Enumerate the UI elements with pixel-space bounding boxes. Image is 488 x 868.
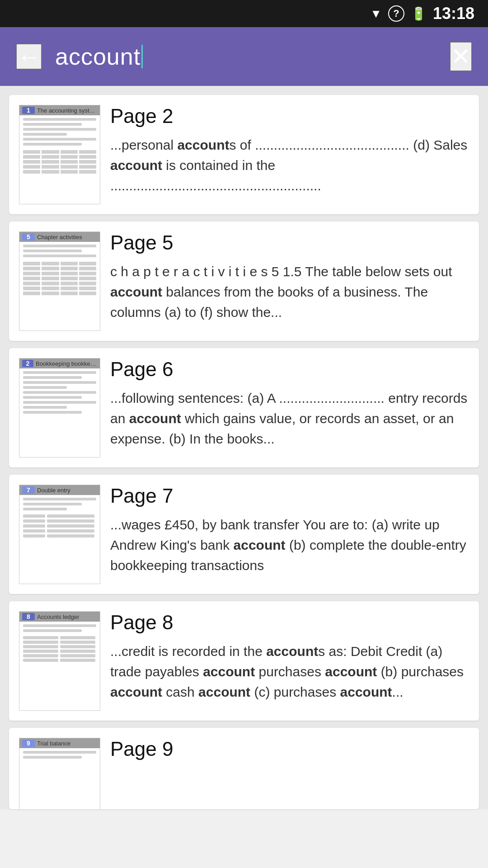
page-title-6: Page 6 <box>110 358 469 381</box>
page-excerpt-5: c h a p t e r a c t i v i t i e s 5 1.5 … <box>110 261 469 322</box>
page-thumbnail-6: 2 Bookkeeping bookkeeping <box>19 358 100 458</box>
search-bar: ← account ✕ <box>0 27 488 86</box>
highlight: account <box>110 284 162 299</box>
highlight: account <box>129 411 181 426</box>
card-content-page6: Page 6 ...following sentences: (a) A ...… <box>110 358 469 458</box>
highlight: account <box>203 664 255 679</box>
page-title-8: Page 8 <box>110 611 469 634</box>
page-thumbnail-5: 5 Chapter activities <box>19 231 100 331</box>
page-title-5: Page 5 <box>110 231 469 254</box>
highlight: account <box>266 644 318 659</box>
help-icon: ? <box>388 5 404 22</box>
clear-button[interactable]: ✕ <box>450 42 472 71</box>
highlight: account <box>110 684 162 699</box>
page-title-2: Page 2 <box>110 105 469 127</box>
page-title-9: Page 9 <box>110 738 469 760</box>
result-card-page9[interactable]: 9 Trial balance Page 9 <box>9 728 479 809</box>
results-list: 1 The accounting system Page <box>0 86 488 809</box>
card-content-page2: Page 2 ...personal accounts of .........… <box>110 105 469 204</box>
highlight: account <box>234 538 286 552</box>
page-excerpt-2: ...personal accounts of ................… <box>110 135 469 196</box>
card-content-page7: Page 7 ...wages £450, by bank transfer Y… <box>110 485 469 584</box>
highlight: account <box>177 137 229 152</box>
status-time: 13:18 <box>433 4 474 23</box>
page-thumbnail-2: 1 The accounting system <box>19 105 100 204</box>
highlight: account <box>325 664 377 679</box>
result-card-page7[interactable]: 7 Double entry <box>9 475 479 594</box>
highlight: account <box>198 684 250 699</box>
card-content-page8: Page 8 ...credit is recorded in the acco… <box>110 611 469 711</box>
battery-icon: 🔋 <box>411 6 427 21</box>
back-button[interactable]: ← <box>16 44 42 69</box>
status-icons: ▼ ? 🔋 13:18 <box>370 4 474 23</box>
result-card-page2[interactable]: 1 The accounting system Page <box>9 95 479 214</box>
status-bar: ▼ ? 🔋 13:18 <box>0 0 488 27</box>
card-content-page5: Page 5 c h a p t e r a c t i v i t i e s… <box>110 231 469 331</box>
page-thumbnail-8: 8 Accounts ledger <box>19 611 100 711</box>
page-title-7: Page 7 <box>110 485 469 507</box>
text-cursor <box>141 45 143 68</box>
page-thumbnail-7: 7 Double entry <box>19 485 100 584</box>
page-excerpt-8: ...credit is recorded in the accounts as… <box>110 641 469 702</box>
page-excerpt-6: ...following sentences: (a) A ..........… <box>110 388 469 449</box>
wifi-icon: ▼ <box>370 7 382 21</box>
result-card-page5[interactable]: 5 Chapter activities Page 5 <box>9 222 479 341</box>
page-thumbnail-9: 9 Trial balance <box>19 738 100 809</box>
result-card-page8[interactable]: 8 Accounts ledger <box>9 601 479 721</box>
search-text: account <box>55 43 141 70</box>
result-card-page6[interactable]: 2 Bookkeeping bookkeeping Page 6 ...foll… <box>9 348 479 467</box>
card-content-page9: Page 9 <box>110 738 469 799</box>
highlight: account <box>110 158 162 173</box>
search-input-area[interactable]: account <box>55 43 436 70</box>
page-excerpt-7: ...wages £450, by bank transfer You are … <box>110 514 469 576</box>
highlight: account <box>340 684 392 699</box>
